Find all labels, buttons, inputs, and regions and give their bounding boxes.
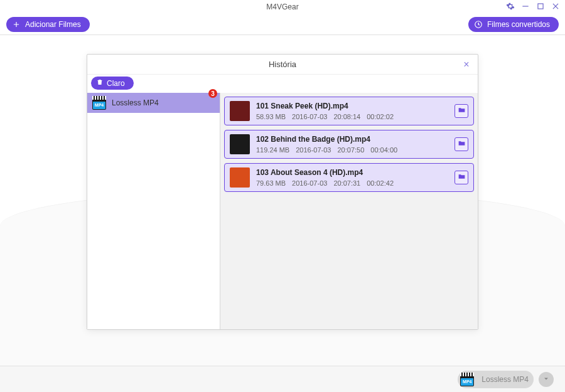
- settings-icon[interactable]: [506, 2, 515, 11]
- mp4-format-icon: MP4: [92, 96, 106, 110]
- file-title: 103 About Season 4 (HD).mp4: [256, 168, 448, 177]
- minimize-icon[interactable]: [521, 2, 530, 11]
- svg-rect-1: [538, 4, 543, 9]
- file-duration: 00:04:00: [370, 146, 397, 154]
- dialog-actions: Claro: [87, 75, 478, 93]
- dialog-body: MP4 Lossless MP4 3 101 Sneak Peek (HD).m…: [87, 93, 478, 329]
- file-meta: 119.24 MB 2016-07-03 20:07:50 00:04:00: [256, 146, 448, 154]
- file-size: 79.63 MB: [256, 179, 286, 187]
- dialog-title: História: [269, 60, 296, 69]
- open-folder-button[interactable]: [455, 104, 468, 118]
- output-format-selector[interactable]: MP4 Lossless MP4: [458, 371, 534, 388]
- history-dialog: História × Claro MP4 Lossless MP4: [87, 54, 478, 330]
- file-date: 2016-07-03: [292, 113, 327, 120]
- file-size: 58.93 MB: [256, 113, 286, 120]
- file-row[interactable]: 103 About Season 4 (HD).mp4 79.63 MB 201…: [224, 163, 474, 192]
- main-area: História × Claro MP4 Lossless MP4: [0, 35, 565, 366]
- converted-movies-label: Filmes convertidos: [487, 20, 550, 29]
- maximize-icon[interactable]: [536, 2, 545, 11]
- folder-icon: [458, 139, 466, 150]
- svg-rect-0: [522, 6, 528, 6]
- file-info: 101 Sneak Peek (HD).mp4 58.93 MB 2016-07…: [256, 102, 448, 120]
- category-column: MP4 Lossless MP4 3: [87, 93, 220, 329]
- toolbar: Adicionar Filmes Filmes convertidos: [0, 14, 565, 35]
- clock-icon: [473, 19, 483, 29]
- output-format-dropdown[interactable]: [539, 372, 554, 387]
- chevron-down-icon: [542, 374, 550, 385]
- file-thumbnail: [230, 167, 250, 188]
- open-folder-button[interactable]: [455, 171, 468, 184]
- dialog-close-button[interactable]: ×: [461, 60, 471, 70]
- folder-icon: [458, 172, 466, 183]
- mp4-format-icon: MP4: [460, 373, 474, 386]
- file-size: 119.24 MB: [256, 146, 289, 154]
- file-title: 102 Behind the Badge (HD).mp4: [256, 135, 448, 144]
- file-duration: 00:02:42: [367, 179, 394, 187]
- clear-label: Claro: [107, 79, 125, 88]
- file-list: 101 Sneak Peek (HD).mp4 58.93 MB 2016-07…: [220, 93, 478, 329]
- plus-icon: [11, 19, 21, 29]
- close-icon[interactable]: [551, 2, 560, 11]
- open-folder-button[interactable]: [455, 137, 468, 151]
- converted-movies-button[interactable]: Filmes convertidos: [468, 17, 559, 32]
- titlebar: M4VGear: [0, 0, 565, 14]
- file-time: 20:07:50: [337, 146, 364, 154]
- app-title: M4VGear: [266, 3, 298, 11]
- footer-bar: MP4 Lossless MP4: [0, 366, 565, 392]
- file-meta: 58.93 MB 2016-07-03 20:08:14 00:02:02: [256, 113, 448, 120]
- file-date: 2016-07-03: [296, 146, 331, 154]
- file-thumbnail: [230, 101, 250, 121]
- file-meta: 79.63 MB 2016-07-03 20:07:31 00:02:42: [256, 179, 448, 187]
- output-format-label: Lossless MP4: [482, 375, 531, 384]
- trash-icon: [96, 78, 104, 88]
- file-date: 2016-07-03: [292, 179, 327, 187]
- window-controls: [506, 2, 560, 11]
- add-movies-button[interactable]: Adicionar Filmes: [6, 17, 90, 32]
- file-row[interactable]: 102 Behind the Badge (HD).mp4 119.24 MB …: [224, 130, 474, 159]
- file-duration: 00:02:02: [367, 113, 394, 120]
- dialog-header: História ×: [87, 55, 478, 75]
- clear-button[interactable]: Claro: [91, 77, 134, 90]
- file-info: 102 Behind the Badge (HD).mp4 119.24 MB …: [256, 135, 448, 154]
- folder-icon: [458, 105, 466, 117]
- file-time: 20:07:31: [333, 179, 360, 187]
- category-label: Lossless MP4: [112, 98, 159, 107]
- file-info: 103 About Season 4 (HD).mp4 79.63 MB 201…: [256, 168, 448, 187]
- file-row[interactable]: 101 Sneak Peek (HD).mp4 58.93 MB 2016-07…: [224, 97, 474, 125]
- file-title: 101 Sneak Peek (HD).mp4: [256, 102, 448, 110]
- category-count-badge: 3: [208, 89, 217, 98]
- file-thumbnail: [230, 134, 250, 154]
- file-time: 20:08:14: [333, 113, 360, 120]
- category-item-lossless-mp4[interactable]: MP4 Lossless MP4 3: [87, 93, 220, 113]
- add-movies-label: Adicionar Filmes: [25, 20, 81, 29]
